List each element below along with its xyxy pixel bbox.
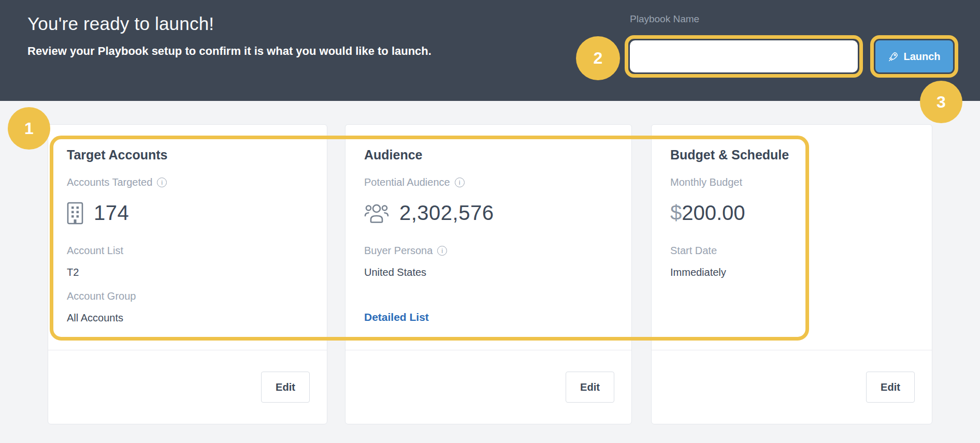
playbook-name-input[interactable] — [630, 40, 858, 72]
playbook-name-highlight-ring — [625, 35, 863, 78]
monthly-budget-label: Monthly Budget — [670, 176, 742, 188]
building-icon — [67, 202, 83, 225]
card-title: Budget & Schedule — [670, 147, 789, 163]
rocket-icon — [888, 51, 899, 62]
potential-audience-stat: 2,302,576 — [364, 201, 494, 225]
header-bar: You're ready to launch! Review your Play… — [0, 0, 980, 101]
account-group-label: Account Group — [67, 290, 136, 302]
account-list-label: Account List — [67, 245, 123, 257]
edit-budget-schedule-button[interactable]: Edit — [866, 372, 915, 403]
start-date-label: Start Date — [670, 245, 717, 257]
accounts-targeted-value: 174 — [94, 201, 129, 225]
launch-button-label: Launch — [903, 51, 940, 63]
card-footer: Edit — [48, 350, 327, 424]
launch-highlight-ring: Launch — [870, 35, 958, 78]
accounts-targeted-label: Accounts Targeted i — [67, 176, 167, 188]
potential-audience-value: 2,302,576 — [399, 201, 494, 225]
target-accounts-card: Target Accounts Accounts Targeted i 174 … — [48, 124, 327, 424]
monthly-budget-value: $200.00 — [670, 201, 745, 225]
buyer-persona-label: Buyer Persona i — [364, 245, 447, 257]
info-icon[interactable]: i — [437, 246, 447, 256]
card-footer: Edit — [652, 350, 932, 424]
launch-button[interactable]: Launch — [875, 40, 953, 72]
budget-schedule-card: Budget & Schedule Monthly Budget $200.00… — [651, 124, 932, 424]
potential-audience-label: Potential Audience i — [364, 176, 465, 188]
card-title: Audience — [364, 147, 423, 163]
audience-card: Audience Potential Audience i 2,302,576 … — [345, 124, 632, 424]
page-title: You're ready to launch! — [27, 13, 214, 34]
card-title: Target Accounts — [67, 147, 167, 163]
card-footer: Edit — [345, 350, 631, 424]
edit-target-accounts-button[interactable]: Edit — [261, 372, 310, 403]
info-icon[interactable]: i — [455, 178, 465, 187]
buyer-persona-value: United States — [364, 267, 426, 278]
account-group-value: All Accounts — [67, 312, 123, 324]
step-badge-2: 2 — [576, 36, 620, 80]
step-badge-1: 1 — [8, 107, 50, 150]
currency-symbol: $ — [670, 201, 682, 224]
account-list-value: T2 — [67, 267, 79, 278]
accounts-targeted-stat: 174 — [67, 201, 129, 225]
users-icon — [364, 203, 389, 223]
detailed-list-link[interactable]: Detailed List — [364, 311, 429, 323]
step-badge-3: 3 — [920, 81, 962, 123]
playbook-name-label: Playbook Name — [630, 13, 699, 25]
info-icon[interactable]: i — [157, 178, 167, 187]
page-subtitle: Review your Playbook setup to confirm it… — [27, 45, 431, 58]
edit-audience-button[interactable]: Edit — [566, 372, 614, 403]
start-date-value: Immediately — [670, 267, 726, 278]
